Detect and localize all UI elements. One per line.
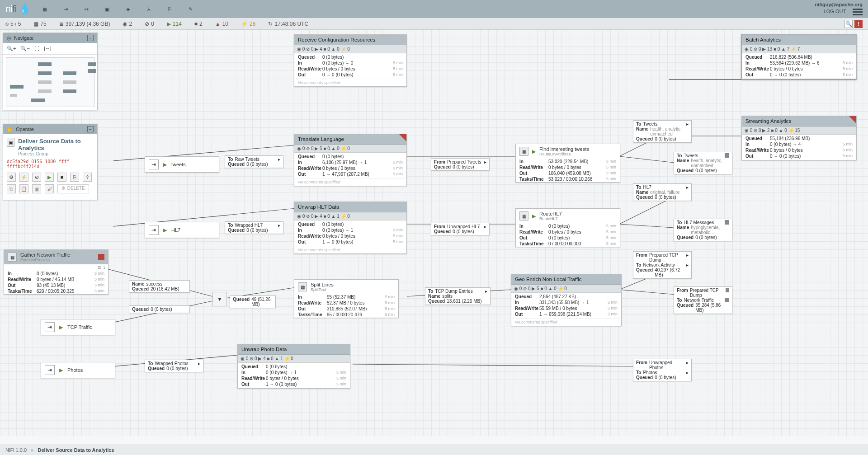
navigate-header: ◎ Navigate − (3, 33, 97, 43)
conn-to-hl7[interactable]: To HL7▸ Name original, failure Queued 0 … (633, 183, 692, 201)
svg-line-15 (353, 364, 646, 366)
status-queued: ≣ 397,139 (4.36 GB) (59, 21, 110, 27)
status-bar: ⎋ 5 / 5 ▦ 75 ≣ 397,139 (4.36 GB) ◉ 2 ⊘ 0… (0, 18, 868, 30)
status-stopped: ■ 2 (194, 21, 203, 27)
play-icon: ▶ (59, 367, 63, 373)
copy-button[interactable]: ⧉ (7, 184, 16, 193)
input-port-icon[interactable]: ⇥ (60, 4, 71, 14)
status-disabled: ⚡ 28 (241, 21, 255, 27)
operate-header: ✋ Operate − (3, 124, 97, 134)
start-button[interactable]: ▶ (45, 173, 54, 182)
delete-button[interactable]: 🗑 DELETE (57, 184, 89, 193)
play-icon: ▶ (163, 227, 167, 233)
remote-group-icon[interactable]: ◈ (123, 4, 133, 14)
status-invalid: ▲ 10 (215, 21, 228, 27)
pg-unwrap-hl7[interactable]: Unwrap HL7 Data ◉ 0 ⊘ 0 ▶ 4 ■ 0 ▲ 1 ⚡ 0 … (294, 202, 407, 254)
conn-tcp-funnel[interactable]: Queued 0 (0 bytes) (129, 305, 190, 313)
birdseye[interactable] (6, 57, 94, 107)
process-group-icon[interactable]: ▣ (102, 4, 113, 14)
operate-panel: ✋ Operate − ▣ Deliver Source Data to Ana… (3, 124, 98, 200)
conn-tcp-dump2[interactable]: From Prepared TCP Dump To Network Traffi… (674, 286, 732, 314)
operate-type: Process Group (18, 151, 94, 156)
pg-unwrap-photo[interactable]: Unwrap Photo Data ◉ 0 ⊘ 0 ▶ 4 ■ 0 ▲ 1 ⚡ … (237, 344, 350, 389)
conn-to-tweets2[interactable]: To Tweets Name health, analytic, unmatch… (674, 152, 732, 174)
play-icon: ▶ (163, 162, 167, 168)
header: nifi 💧 ▦ ⇥ ↦ ▣ ◈ ⅄ ⎘ ✎ nifiguy@apache.or… (0, 0, 868, 18)
proc-route-hl7[interactable]: ▦ ▶ RouteHL7RouteHL7 In0 (0 bytes)5 min … (515, 208, 620, 247)
conn-unwrapped-hl7[interactable]: From Unwrapped HL7▸ Queued 0 (0 bytes) (431, 223, 490, 235)
processor-icon: ▦ (298, 282, 307, 291)
pg-streaming-analytics[interactable]: Streaming Analytics ◉ 0 ⊘ 0 ▶ 2 ■ 0 ▲ 0 … (741, 116, 857, 160)
header-user: nifiguy@apache.org LOG OUT (815, 2, 863, 17)
navigate-panel: ◎ Navigate − 🔍+ 🔍− ⛶ |↔| (3, 33, 98, 110)
pg-receive-config[interactable]: Receive Configuration Resources ◉ 0 ⊘ 0 … (294, 34, 407, 87)
processor-icon[interactable]: ▦ (39, 4, 50, 14)
conn-photos[interactable]: From Unwrapped Photos▸ To Photos▸ Queued… (633, 359, 692, 381)
username: nifiguy@apache.org (815, 2, 863, 7)
enable-button[interactable]: ⚡ (19, 173, 28, 182)
status-not-transmitting: ⊘ 0 (145, 21, 154, 27)
conn-raw-tweets[interactable]: To Raw Tweets▸ Queued 0 (0 bytes) (225, 155, 283, 168)
zoom-in-icon[interactable]: 🔍+ (7, 46, 16, 52)
pg-geo-enrich[interactable]: Geo Enrich Non-Local Traffic ◉ 0 ⊘ 0 ▶ 5… (511, 274, 622, 326)
status-refreshed: ↻ 17:48:06 UTC (268, 21, 308, 27)
conn-success[interactable]: Name success Queued 20 (16.42 MB) (129, 280, 190, 293)
port-hl7[interactable]: ⇥ ▶ HL7 (145, 222, 219, 238)
hand-icon: ✋ (7, 127, 13, 132)
port-tcp[interactable]: ⇥ ▶ TCP Traffic (41, 319, 115, 335)
collapse-icon[interactable]: − (87, 126, 94, 132)
conn-wrapped-hl7[interactable]: To Wrapped HL7▸ Queued 0 (0 bytes) (225, 221, 283, 234)
input-port-icon: ⇥ (45, 365, 55, 375)
bulletin-icon[interactable]: ! (854, 20, 863, 28)
zoom-out-icon[interactable]: 🔍− (20, 46, 29, 52)
group-button[interactable]: ▣ (32, 184, 41, 193)
play-icon: ▶ (59, 324, 63, 330)
conn-to-tweets[interactable]: To Tweets▸ Name health, analytic, unmatc… (633, 120, 692, 143)
output-port-icon[interactable]: ↦ (81, 4, 92, 14)
component-toolbar: ▦ ⇥ ↦ ▣ ◈ ⅄ ⎘ ✎ (39, 4, 196, 14)
processor-icon: ▦ (8, 253, 17, 262)
status-running: ▶ 114 (167, 21, 182, 27)
conn-tcp-entries[interactable]: To TCP Dump Entries▸ Name splits Queued … (425, 287, 491, 305)
status-transmitting: ◉ 2 (123, 21, 132, 27)
logout-link[interactable]: LOG OUT (824, 9, 846, 14)
label-icon[interactable]: ✎ (185, 4, 196, 14)
port-photos[interactable]: ⇥ ▶ Photos (41, 362, 115, 378)
proc-split-lines[interactable]: ▦ Split LinesSplitText In95 (52.37 MB)5 … (294, 279, 399, 318)
status-threads: ▦ 75 (33, 21, 46, 27)
breadcrumb[interactable]: NiFi 1.0.0 » Deliver Source Data to Anal… (0, 445, 868, 455)
operate-actions: ⚙ ⚡ ⊘ ▶ ■ ⎘ ⇪ (7, 173, 94, 182)
template-button[interactable]: ⎘ (70, 173, 79, 182)
collapse-icon[interactable]: − (87, 35, 94, 41)
color-button[interactable]: 🖌 (45, 184, 54, 193)
fit-icon[interactable]: ⛶ (34, 46, 39, 52)
funnel[interactable]: ▼ (212, 292, 227, 306)
status-groups: ⎋ 5 / 5 (5, 21, 21, 27)
pg-batch-analytics[interactable]: Batch Analytics ◉ 0 ⊘ 0 ▶ 13 ■ 0 ▲ 7 ⚡ 7… (741, 34, 857, 79)
hamburger-icon[interactable] (853, 7, 863, 17)
paste-button[interactable]: 📋 (19, 184, 28, 193)
search-icon[interactable]: 🔍 (844, 20, 853, 28)
conn-hl7-messages[interactable]: To HL7 Messages Name hypoglycemia, metab… (674, 219, 732, 241)
canvas[interactable]: ◎ Navigate − 🔍+ 🔍− ⛶ |↔| ✋ Operate − ▣ D… (0, 30, 868, 436)
port-tweets[interactable]: ⇥ ▶ tweets (145, 156, 219, 173)
input-port-icon: ⇥ (45, 322, 55, 332)
pg-translate[interactable]: Translate Language ◉ 0 ⊘ 0 ▶ 5 ■ 0 ▲ 0 ⚡… (294, 134, 407, 186)
target-icon: ◎ (7, 35, 11, 41)
funnel-icon[interactable]: ⅄ (143, 4, 154, 14)
proc-gather-network[interactable]: ▦ Gather Network TrafficExecuteProcess ▤… (4, 249, 108, 295)
logo: nifi 💧 (5, 3, 30, 15)
template-icon[interactable]: ⎘ (164, 4, 175, 14)
actual-size-icon[interactable]: |↔| (44, 46, 52, 52)
proc-find-tweets[interactable]: ▦ ▶ Find interesting tweetsRouteOnAttrib… (515, 144, 620, 183)
play-icon: ▶ (532, 149, 536, 155)
upload-button[interactable]: ⇪ (83, 173, 92, 182)
conn-wrapped-photos[interactable]: To Wrapped Photos▸ Queued 0 (0 bytes) (145, 360, 203, 372)
configure-button[interactable]: ⚙ (7, 173, 16, 182)
navigate-tools: 🔍+ 🔍− ⛶ |↔| (3, 43, 97, 55)
conn-tcp-dump[interactable]: From Prepared TCP Dump▸ To Network Activ… (633, 251, 692, 279)
disable-button[interactable]: ⊘ (32, 173, 41, 182)
stop-button[interactable]: ■ (57, 173, 66, 182)
conn-prepared-tweets[interactable]: From Prepared Tweets▸ Queued 0 (0 bytes) (431, 158, 490, 171)
conn-funnel-split[interactable]: Queued 49 (51.26 MB) (230, 296, 276, 308)
